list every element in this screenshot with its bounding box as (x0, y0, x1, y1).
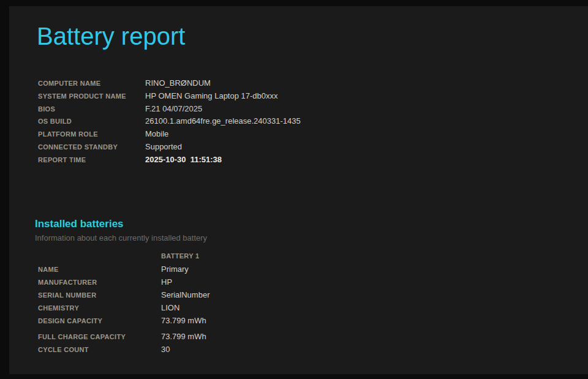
battery-value: Primary (161, 265, 189, 274)
table-row: CONNECTED STANDBY Supported (38, 142, 588, 155)
battery-label: CHEMISTRY (38, 304, 161, 312)
system-info-table: COMPUTER NAME RINO_BRØNDUM SYSTEM PRODUC… (38, 78, 588, 168)
info-value: HP OMEN Gaming Laptop 17-db0xxx (145, 91, 278, 100)
table-row: OS BUILD 26100.1.amd64fre.ge_release.240… (38, 116, 588, 129)
table-row: MANUFACTURER HP (38, 277, 588, 290)
battery-value: 30 (161, 345, 170, 354)
info-label: CONNECTED STANDBY (38, 143, 145, 151)
table-row: CYCLE COUNT 30 (38, 345, 588, 358)
section-subtitle: Information about each currently install… (35, 233, 588, 242)
battery-value: LION (161, 303, 179, 312)
battery-label: NAME (38, 266, 161, 273)
info-value: F.21 04/07/2025 (145, 104, 202, 113)
info-value: RINO_BRØNDUM (145, 78, 211, 88)
info-value: Mobile (145, 129, 168, 138)
battery-label: FULL CHARGE CAPACITY (38, 333, 161, 340)
battery-value: SerialNumber (161, 290, 209, 299)
battery-value: 73.799 mWh (161, 316, 206, 325)
battery-label: MANUFACTURER (38, 279, 161, 286)
table-row: DESIGN CAPACITY 73.799 mWh (38, 316, 588, 329)
page-title: Battery report (37, 22, 588, 50)
battery-report-screen: Battery report COMPUTER NAME RINO_BRØNDU… (0, 0, 588, 379)
info-label: PLATFORM ROLE (38, 130, 145, 138)
info-label: OS BUILD (38, 118, 145, 125)
battery-value: HP (161, 277, 172, 287)
battery-label: SERIAL NUMBER (38, 291, 161, 299)
table-row: COMPUTER NAME RINO_BRØNDUM (38, 78, 588, 91)
battery-label: CYCLE COUNT (38, 346, 161, 353)
table-row: REPORT TIME 2025-10-30 11:51:38 (38, 155, 588, 168)
battery-column-header: BATTERY 1 (161, 252, 199, 260)
info-label: BIOS (38, 105, 145, 113)
installed-batteries-section: Installed batteries Information about ea… (35, 218, 588, 242)
battery-value: 73.799 mWh (161, 332, 206, 341)
info-label: REPORT TIME (38, 156, 145, 163)
table-row: FULL CHARGE CAPACITY 73.799 mWh (38, 332, 588, 345)
section-heading: Installed batteries (35, 218, 588, 230)
table-row: SERIAL NUMBER SerialNumber (38, 290, 588, 303)
table-row: CHEMISTRY LION (38, 303, 588, 316)
battery-table: BATTERY 1 NAME Primary MANUFACTURER HP S… (38, 252, 588, 358)
info-value: Supported (145, 142, 182, 151)
info-value: 26100.1.amd64fre.ge_release.240331-1435 (145, 116, 301, 126)
report-time-value: 2025-10-30 11:51:38 (145, 155, 222, 164)
table-row: NAME Primary (38, 265, 588, 277)
table-header-row: BATTERY 1 (38, 252, 588, 265)
info-label: COMPUTER NAME (38, 80, 145, 87)
table-row: BIOS F.21 04/07/2025 (38, 104, 588, 117)
table-row: PLATFORM ROLE Mobile (38, 129, 588, 142)
report-body: Battery report COMPUTER NAME RINO_BRØNDU… (9, 6, 588, 374)
table-row: SYSTEM PRODUCT NAME HP OMEN Gaming Lapto… (38, 91, 588, 104)
info-label: SYSTEM PRODUCT NAME (38, 92, 145, 100)
battery-label: DESIGN CAPACITY (38, 317, 161, 325)
